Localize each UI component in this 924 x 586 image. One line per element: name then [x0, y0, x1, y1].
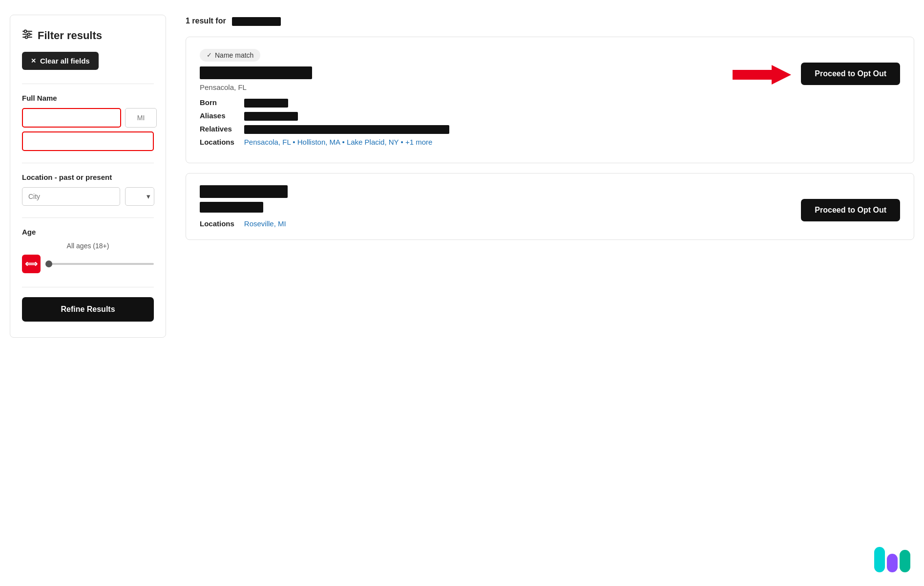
filter-sidebar: Filter results ✕ Clear all fields Full N… — [10, 15, 166, 338]
last-name-input[interactable] — [22, 131, 154, 151]
aliases-value — [244, 111, 449, 121]
card2-locations-key: Locations — [200, 219, 234, 228]
state-select[interactable]: AL FL MA MI NY — [125, 187, 154, 206]
location-label: Location - past or present — [22, 173, 154, 181]
proceed-opt-out-button-2[interactable]: Proceed to Opt Out — [801, 199, 900, 221]
card2-sub-redacted — [200, 202, 263, 213]
logo-bar-1 — [874, 547, 885, 572]
first-name-input[interactable] — [22, 108, 121, 128]
mi-input[interactable] — [125, 108, 157, 128]
card2-left: Locations Roseville, MI — [200, 185, 288, 228]
card2-locations-value: Roseville, MI — [244, 219, 288, 228]
results-count: 1 result for — [186, 17, 226, 25]
locations-value: Pensacola, FL • Holliston, MA • Lake Pla… — [244, 138, 449, 146]
locations-key: Locations — [200, 138, 234, 146]
age-label: Age — [22, 228, 154, 236]
age-section: Age All ages (18+) ⟺ — [22, 228, 154, 273]
location-row: AL FL MA MI NY — [22, 187, 154, 206]
results-header: 1 result for — [186, 17, 914, 26]
result-card-2: Locations Roseville, MI Proceed to Opt O… — [186, 173, 914, 240]
refine-results-button[interactable]: Refine Results — [22, 297, 154, 322]
badge-label: Name match — [215, 51, 253, 59]
age-slider-row: ⟺ — [22, 255, 154, 273]
double-arrow-icon: ⟺ — [25, 259, 38, 269]
full-name-label: Full Name — [22, 94, 154, 102]
result-details: Born Aliases Relatives Locations — [200, 98, 449, 146]
svg-marker-6 — [733, 65, 791, 85]
svg-point-3 — [24, 30, 27, 33]
relatives-key: Relatives — [200, 125, 234, 134]
aliases-key: Aliases — [200, 111, 234, 121]
close-icon: ✕ — [31, 57, 36, 65]
age-value-label: All ages (18+) — [22, 242, 154, 250]
first-name-row — [22, 108, 154, 128]
result-location: Pensacola, FL — [200, 83, 449, 91]
state-select-wrapper: AL FL MA MI NY — [125, 187, 154, 206]
red-arrow-icon — [733, 63, 791, 87]
relatives-value — [244, 125, 449, 134]
card2-top-row: Locations Roseville, MI Proceed to Opt O… — [200, 185, 900, 228]
result-card-1: ✓ Name match Pensacola, FL Born Aliases — [186, 37, 914, 163]
logo-bar-3 — [900, 550, 910, 572]
card2-details: Locations Roseville, MI — [200, 219, 288, 228]
filter-header: Filter results — [22, 29, 154, 42]
clear-all-button[interactable]: ✕ Clear all fields — [22, 52, 99, 70]
svg-point-4 — [28, 33, 30, 36]
proceed-opt-out-button-1[interactable]: Proceed to Opt Out — [801, 63, 900, 85]
check-icon: ✓ — [207, 51, 212, 59]
main-content: 1 result for ✓ Name match Pensacola, FL … — [186, 15, 914, 571]
card1-right: Proceed to Opt Out — [733, 49, 900, 87]
name-inputs — [22, 108, 154, 151]
born-value — [244, 98, 449, 108]
last-name-row — [22, 131, 154, 151]
born-key: Born — [200, 98, 234, 108]
result-name-redacted — [200, 66, 312, 79]
card1-top-row: ✓ Name match Pensacola, FL Born Aliases — [200, 49, 900, 146]
svg-point-5 — [25, 36, 28, 39]
filter-icon — [22, 29, 33, 42]
location-section: Location - past or present AL FL MA MI N… — [22, 173, 154, 206]
age-range-button[interactable]: ⟺ — [22, 255, 41, 273]
logo-bar-2 — [887, 554, 898, 572]
filter-title: Filter results — [38, 29, 102, 42]
page-logo — [874, 547, 910, 572]
name-match-badge: ✓ Name match — [200, 49, 260, 62]
clear-label: Clear all fields — [40, 57, 90, 65]
card2-name-redacted — [200, 185, 288, 198]
age-slider[interactable] — [45, 263, 154, 265]
city-input[interactable] — [22, 187, 120, 206]
card1-left: ✓ Name match Pensacola, FL Born Aliases — [200, 49, 449, 146]
arrow-annotation — [733, 63, 791, 87]
search-query-redacted — [228, 17, 281, 25]
